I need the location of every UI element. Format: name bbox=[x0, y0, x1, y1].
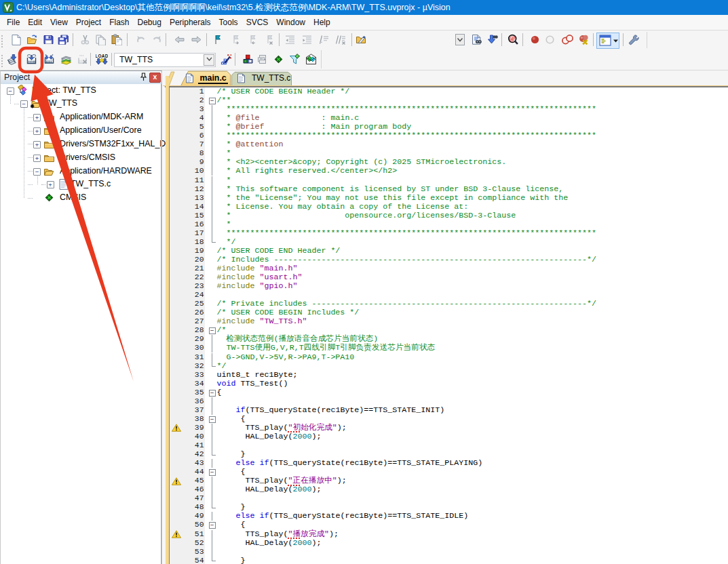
breakpoint-icon[interactable] bbox=[529, 34, 541, 45]
toolbar-grip[interactable] bbox=[1, 34, 3, 45]
code-line-40: HAL_Delay(2000); bbox=[217, 432, 322, 441]
pack-installer-icon[interactable] bbox=[305, 54, 317, 65]
copy-icon[interactable] bbox=[95, 34, 107, 45]
options-target-icon[interactable] bbox=[221, 54, 232, 65]
batch-build-icon[interactable] bbox=[60, 54, 72, 65]
fold-guide bbox=[212, 397, 212, 406]
tree-guide bbox=[10, 94, 11, 104]
fold-collapse-icon[interactable]: − bbox=[209, 327, 216, 334]
collapse-icon[interactable]: − bbox=[7, 87, 14, 95]
toolbar-grip[interactable] bbox=[1, 54, 3, 65]
tree-item-tw-tts-c[interactable]: +TW_TTS.c bbox=[1, 178, 161, 190]
cut-icon[interactable] bbox=[79, 34, 91, 45]
unindent-icon[interactable] bbox=[284, 34, 296, 45]
find-icon[interactable]: @ bbox=[507, 34, 519, 45]
breakpoint-disable-all-icon[interactable] bbox=[561, 34, 575, 45]
menu-view[interactable]: View bbox=[46, 15, 72, 30]
menu-edit[interactable]: Edit bbox=[24, 15, 46, 30]
new-document-icon[interactable] bbox=[10, 34, 22, 45]
breakpoint-enable-icon[interactable] bbox=[544, 34, 556, 45]
pin-icon[interactable] bbox=[139, 73, 147, 81]
tree-item-application-user-core[interactable]: +Application/User/Core bbox=[1, 124, 161, 137]
bookmark-next-icon[interactable] bbox=[229, 34, 241, 45]
find-in-files-icon[interactable] bbox=[471, 34, 482, 45]
tab-main-c[interactable]: main.c bbox=[200, 73, 227, 83]
expand-icon[interactable]: + bbox=[33, 155, 41, 162]
build-toolbar: LOADTW_TTS bbox=[0, 49, 728, 70]
collapse-icon[interactable]: − bbox=[33, 168, 41, 176]
manage-items-icon[interactable] bbox=[242, 54, 254, 65]
incremental-find-icon[interactable] bbox=[486, 34, 498, 45]
tree-guide bbox=[41, 184, 46, 185]
expand-icon[interactable]: + bbox=[47, 181, 54, 188]
navigate-forward-icon[interactable] bbox=[191, 34, 202, 45]
menu-svcs[interactable]: SVCS bbox=[242, 15, 273, 30]
menu-window[interactable]: Window bbox=[272, 15, 309, 30]
expand-icon[interactable]: + bbox=[33, 114, 41, 121]
fold-collapse-icon[interactable]: − bbox=[209, 98, 216, 104]
code-editor[interactable]: /* USER CODE BEGIN Header *//** ********… bbox=[205, 87, 728, 564]
collapse-icon[interactable]: − bbox=[20, 100, 28, 108]
line-number: 46 bbox=[195, 485, 204, 494]
navigate-back-icon[interactable] bbox=[174, 34, 185, 45]
configuration-wrench-icon[interactable] bbox=[628, 34, 640, 45]
download-icon[interactable]: LOAD bbox=[96, 54, 108, 66]
indent-icon[interactable] bbox=[301, 34, 313, 45]
fold-collapse-icon[interactable]: − bbox=[209, 416, 216, 423]
save-icon[interactable] bbox=[43, 34, 54, 45]
undo-icon[interactable] bbox=[135, 34, 147, 45]
select-packs-icon[interactable] bbox=[289, 54, 301, 65]
build-icon[interactable] bbox=[26, 54, 37, 65]
tab-tw-tts-c[interactable]: TW_TTS.c bbox=[252, 73, 290, 83]
open-folder-icon[interactable] bbox=[26, 34, 38, 45]
window-layout-icon[interactable] bbox=[596, 33, 619, 49]
configure-find-icon[interactable] bbox=[356, 34, 367, 45]
fold-collapse-icon[interactable]: − bbox=[209, 469, 216, 476]
project-panel-title: Project bbox=[4, 71, 30, 83]
toolbar-separator bbox=[73, 33, 73, 46]
expand-icon[interactable]: + bbox=[33, 127, 41, 135]
rebuild-icon[interactable] bbox=[43, 54, 55, 65]
find-dropdown-icon[interactable] bbox=[455, 34, 467, 45]
bookmark-icon[interactable] bbox=[210, 34, 222, 45]
bookmark-clear-icon[interactable] bbox=[263, 34, 275, 45]
toolbar-separator bbox=[623, 33, 624, 46]
redo-icon[interactable] bbox=[151, 34, 163, 45]
uncomment-icon[interactable] bbox=[335, 34, 347, 45]
tree-item-label: CMSIS bbox=[60, 191, 86, 204]
tree-item-drivers-cmsis[interactable]: +Drivers/CMSIS bbox=[1, 151, 161, 164]
menu-peripherals[interactable]: Peripherals bbox=[166, 15, 215, 30]
menu-flash[interactable]: Flash bbox=[105, 15, 133, 30]
runtime-environment-icon[interactable] bbox=[273, 54, 284, 65]
menu-project[interactable]: Project bbox=[72, 15, 105, 30]
fold-collapse-icon[interactable]: − bbox=[209, 390, 216, 397]
menu-tools[interactable]: Tools bbox=[215, 15, 242, 30]
tree-item-tw-tts[interactable]: −TW_TTS bbox=[1, 97, 161, 110]
panel-splitter[interactable] bbox=[161, 70, 162, 564]
paste-icon[interactable] bbox=[111, 34, 122, 45]
expand-icon[interactable]: + bbox=[33, 141, 41, 148]
line-number: 51 bbox=[195, 530, 204, 539]
tree-item-application-hardware[interactable]: −Application/HARDWARE bbox=[1, 165, 161, 178]
comment-icon[interactable] bbox=[318, 34, 330, 45]
stop-build-icon[interactable] bbox=[77, 54, 88, 65]
tree-item-application-mdk-arm[interactable]: +Application/MDK-ARM bbox=[1, 110, 161, 123]
save-all-icon[interactable] bbox=[58, 34, 69, 45]
bookmark-prev-icon[interactable] bbox=[246, 34, 258, 45]
chevron-down-icon[interactable] bbox=[204, 54, 214, 66]
target-select[interactable]: TW_TTS bbox=[114, 53, 216, 67]
menu-debug[interactable]: Debug bbox=[134, 15, 166, 30]
breakpoint-kill-all-icon[interactable] bbox=[578, 34, 590, 45]
translate-icon[interactable] bbox=[7, 54, 18, 65]
manage-books-icon[interactable] bbox=[256, 54, 268, 65]
tree-item-cmsis[interactable]: CMSIS bbox=[1, 191, 161, 204]
menu-help[interactable]: Help bbox=[309, 15, 334, 30]
close-panel-button[interactable]: x bbox=[149, 73, 161, 83]
fold-guide bbox=[212, 459, 212, 468]
editor-fold-column[interactable]: −−−−−− bbox=[205, 87, 216, 564]
tree-item-drivers-stm32f1xx-hal-driver[interactable]: +Drivers/STM32F1xx_HAL_Driver bbox=[1, 138, 161, 150]
fold-collapse-icon[interactable]: − bbox=[209, 522, 216, 529]
tree-item-project-tw-tts[interactable]: −Project: TW_TTS bbox=[1, 84, 161, 97]
menu-file[interactable]: File bbox=[3, 15, 24, 30]
title-bar[interactable]: C:\Users\Administrator\Desktop\其他范例啊啊啊啊\… bbox=[0, 0, 728, 15]
